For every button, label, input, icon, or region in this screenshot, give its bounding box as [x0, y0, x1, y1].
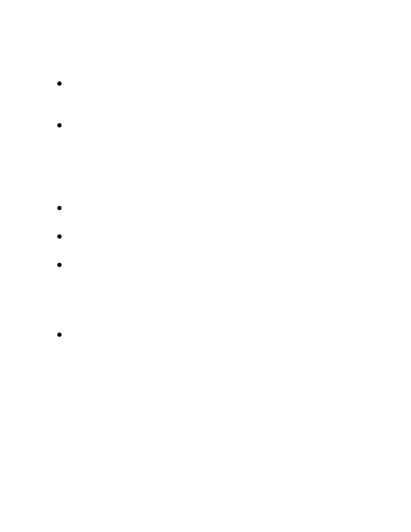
bullet-icon — [57, 263, 62, 267]
bullet-icon — [57, 333, 62, 337]
bullet-icon — [57, 123, 62, 128]
bullet-icon — [57, 206, 62, 210]
bullet-icon — [57, 81, 62, 86]
bullet-icon — [57, 234, 62, 239]
